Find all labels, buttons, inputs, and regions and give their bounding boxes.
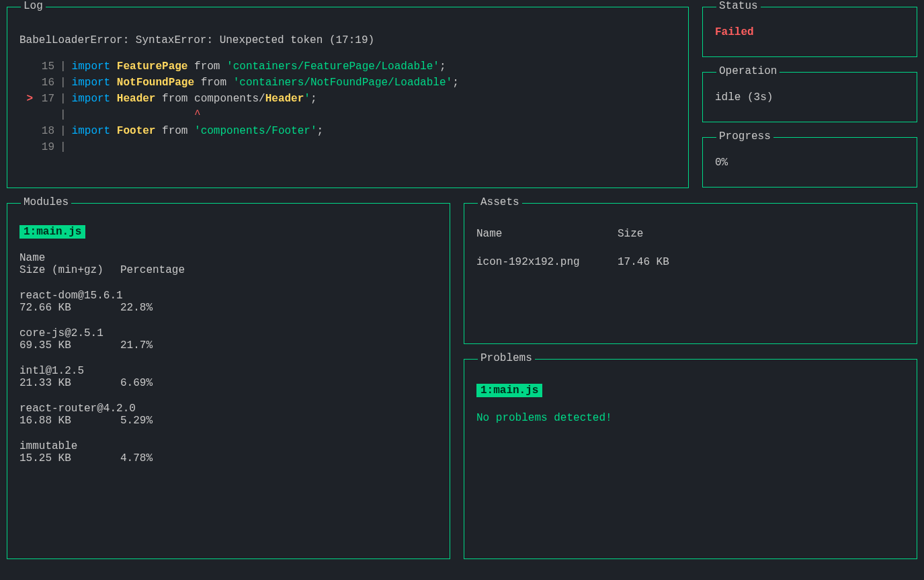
problems-panel: Problems 1:main.js No problems detected! (464, 359, 917, 559)
operation-panel: Operation idle (3s) (702, 72, 917, 122)
gutter-pipe: | (60, 75, 72, 91)
module-pct: 6.69% (120, 377, 153, 389)
module-row: react-dom@15.6.172.66 KB22.8% (19, 290, 437, 314)
module-name: immutable (19, 440, 437, 452)
assets-panel: Assets Name Size icon-192x192.png17.46 K… (464, 203, 917, 344)
module-row: react-router@4.2.016.88 KB5.29% (19, 403, 437, 427)
module-pct: 21.7% (120, 339, 153, 351)
problems-message: No problems detected! (476, 412, 905, 424)
modules-name-header: Name (19, 252, 437, 264)
operation-title: Operation (716, 65, 780, 77)
line-number: 18 (33, 123, 60, 139)
module-pct: 5.29% (120, 415, 153, 427)
module-size: 21.33 KB (19, 377, 120, 389)
module-row: intl@1.2.521.33 KB6.69% (19, 365, 437, 389)
log-error-message: BabelLoaderError: SyntaxError: Unexpecte… (19, 34, 676, 46)
operation-value: idle (3s) (715, 87, 905, 103)
progress-value: 0% (715, 153, 905, 169)
line-number: 19 (33, 139, 60, 155)
module-name: core-js@2.5.1 (19, 327, 437, 339)
assets-headers: Name Size (476, 228, 905, 240)
asset-size: 17.46 KB (618, 256, 669, 268)
status-panel: Status Failed (702, 7, 917, 57)
assets-size-header: Size (618, 228, 643, 240)
code-line-16: 16 | import NotFoundPage from 'container… (19, 75, 676, 91)
module-size: 15.25 KB (19, 452, 120, 464)
module-name: react-router@4.2.0 (19, 403, 437, 415)
line-number: 17 (33, 91, 60, 107)
module-name: react-dom@15.6.1 (19, 290, 437, 302)
code-line-15: 15 | import FeaturePage from 'containers… (19, 58, 676, 75)
modules-title: Modules (21, 196, 71, 208)
code-line-17-error: > 17 | import Header from components/Hea… (19, 91, 676, 107)
module-pct: 22.8% (120, 302, 153, 314)
log-panel: Log BabelLoaderError: SyntaxError: Unexp… (7, 7, 689, 188)
line-number: 15 (33, 58, 60, 75)
progress-panel: Progress 0% (702, 137, 917, 188)
modules-panel: Modules 1:main.js Name Size (min+gz) Per… (7, 203, 450, 559)
gutter-pipe: | (60, 123, 72, 139)
gutter-pipe: | (60, 139, 72, 155)
problems-badge[interactable]: 1:main.js (476, 384, 542, 397)
progress-title: Progress (716, 130, 773, 142)
module-name: intl@1.2.5 (19, 365, 437, 377)
modules-headers: Name Size (min+gz) Percentage (19, 252, 437, 276)
status-title: Status (716, 0, 761, 12)
gutter-pipe: | (60, 58, 72, 75)
module-size: 72.66 KB (19, 302, 120, 314)
modules-size-header: Size (min+gz) (19, 264, 120, 276)
code-line-18: 18 | import Footer from 'components/Foot… (19, 123, 676, 139)
module-size: 16.88 KB (19, 415, 120, 427)
modules-badge[interactable]: 1:main.js (19, 225, 85, 239)
code-line-19: 19 | (19, 139, 676, 155)
gutter-pipe: | (60, 91, 72, 107)
module-size: 69.35 KB (19, 339, 120, 351)
module-row: core-js@2.5.169.35 KB21.7% (19, 327, 437, 351)
gutter-marker-error: > (19, 91, 33, 107)
modules-pct-header: Percentage (120, 264, 185, 276)
module-pct: 4.78% (120, 452, 153, 464)
asset-name: icon-192x192.png (476, 256, 618, 268)
line-number: 16 (33, 75, 60, 91)
asset-row: icon-192x192.png17.46 KB (476, 256, 905, 268)
gutter-pipe: | (60, 107, 72, 123)
log-title: Log (21, 0, 46, 12)
code-line-caret: | ^ (19, 107, 676, 123)
error-caret-icon: ^ (72, 107, 201, 123)
assets-name-header: Name (476, 228, 618, 240)
status-value: Failed (715, 22, 905, 38)
module-row: immutable15.25 KB4.78% (19, 440, 437, 464)
problems-title: Problems (478, 352, 535, 364)
assets-title: Assets (478, 196, 522, 208)
